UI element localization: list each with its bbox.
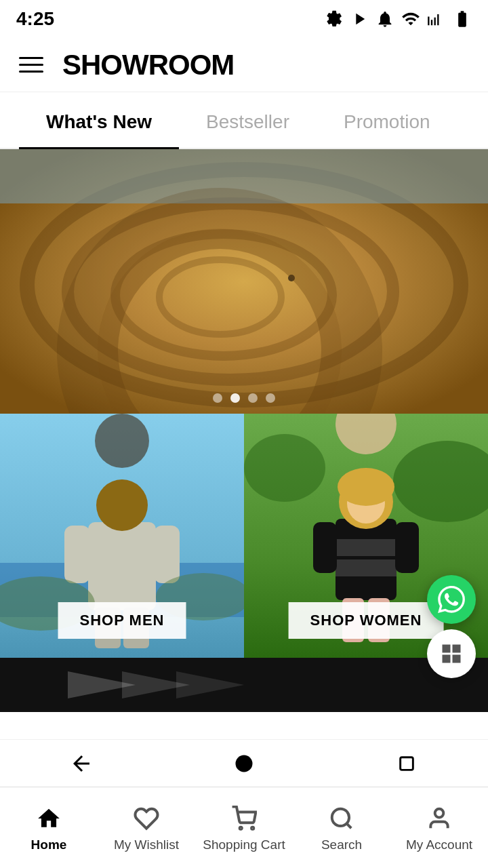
teaser-strip <box>0 658 488 712</box>
dot-1[interactable] <box>213 393 222 403</box>
cart-icon-container <box>229 804 259 833</box>
tab-promotion[interactable]: Promotion <box>317 92 458 148</box>
android-recent-button[interactable] <box>390 747 424 781</box>
header: SHOWROOM <box>0 38 488 92</box>
logo: SHOWROOM <box>62 49 234 81</box>
home-icon-container <box>34 804 64 833</box>
hero-carousel[interactable] <box>0 149 488 414</box>
bottom-nav: Home My Wishlist Shopping Cart Search <box>0 787 488 868</box>
shop-section: SHOP MEN <box>0 414 488 658</box>
play-status-icon <box>350 9 369 28</box>
status-bar: 4:25 <box>0 0 488 38</box>
wifi-icon <box>401 9 420 28</box>
recent-icon <box>397 754 416 773</box>
shop-women-label[interactable]: SHOP WOMEN <box>289 602 444 639</box>
search-nav-icon <box>329 806 354 831</box>
grid-icon <box>439 642 464 666</box>
nav-wishlist[interactable]: My Wishlist <box>98 797 195 859</box>
nav-wishlist-label: My Wishlist <box>114 837 179 852</box>
hero-image <box>0 149 488 414</box>
teaser-svg <box>0 658 488 712</box>
search-icon-container <box>327 804 357 833</box>
shop-men-label[interactable]: SHOP MEN <box>58 602 186 639</box>
svg-point-6 <box>288 275 295 281</box>
hero-svg <box>0 149 488 414</box>
svg-point-27 <box>338 468 394 506</box>
svg-rect-10 <box>64 526 90 583</box>
svg-point-36 <box>240 827 242 829</box>
dot-3[interactable] <box>248 393 258 403</box>
svg-rect-22 <box>336 559 396 576</box>
svg-rect-21 <box>336 539 396 556</box>
wishlist-nav-icon <box>134 806 159 831</box>
svg-point-3 <box>115 234 332 356</box>
home-nav-icon <box>36 806 62 831</box>
account-nav-icon <box>426 806 452 831</box>
android-back-button[interactable] <box>64 747 98 781</box>
carousel-dots <box>213 393 275 403</box>
android-nav-bar <box>0 739 488 787</box>
svg-rect-35 <box>401 757 413 770</box>
menu-button[interactable] <box>19 57 43 73</box>
svg-point-34 <box>236 755 253 772</box>
svg-rect-23 <box>313 522 337 573</box>
grid-view-button[interactable] <box>427 629 476 678</box>
dot-4[interactable] <box>266 393 275 403</box>
svg-line-39 <box>346 823 351 828</box>
battery-icon <box>453 9 472 28</box>
nav-cart[interactable]: Shopping Cart <box>195 797 293 859</box>
cart-nav-icon <box>231 806 257 831</box>
nav-home[interactable]: Home <box>0 797 98 859</box>
tab-whats-new[interactable]: What's New <box>19 92 179 148</box>
notification-status-icon <box>375 9 394 28</box>
svg-rect-9 <box>88 522 156 610</box>
nav-account[interactable]: My Account <box>390 797 488 859</box>
tab-bar: What's New Bestseller Promotion <box>0 92 488 149</box>
status-icons <box>324 9 472 28</box>
svg-point-19 <box>244 434 325 502</box>
nav-cart-label: Shopping Cart <box>203 837 285 852</box>
svg-point-4 <box>159 260 281 334</box>
svg-point-12 <box>96 479 148 531</box>
android-home-button[interactable] <box>227 747 261 781</box>
shop-men-card[interactable]: SHOP MEN <box>0 414 244 658</box>
svg-point-38 <box>332 808 349 825</box>
dot-2[interactable] <box>230 393 240 403</box>
settings-status-icon <box>324 9 343 28</box>
tab-bestseller[interactable]: Bestseller <box>179 92 317 148</box>
svg-rect-24 <box>395 522 419 573</box>
svg-point-37 <box>251 827 253 829</box>
svg-point-40 <box>435 808 444 817</box>
nav-account-label: My Account <box>406 837 472 852</box>
shop-grid: SHOP MEN <box>0 414 488 658</box>
nav-search[interactable]: Search <box>293 797 390 859</box>
wishlist-icon-container <box>131 804 161 833</box>
nav-search-label: Search <box>321 837 362 852</box>
whatsapp-icon <box>438 586 465 613</box>
account-icon-container <box>424 804 454 833</box>
back-icon <box>69 751 94 776</box>
signal-icon <box>427 9 446 28</box>
whatsapp-button[interactable] <box>427 575 476 624</box>
nav-home-label: Home <box>31 837 67 852</box>
home-circle-icon <box>234 753 254 774</box>
svg-rect-11 <box>154 526 180 583</box>
status-time: 4:25 <box>16 8 54 30</box>
svg-rect-5 <box>0 149 488 203</box>
